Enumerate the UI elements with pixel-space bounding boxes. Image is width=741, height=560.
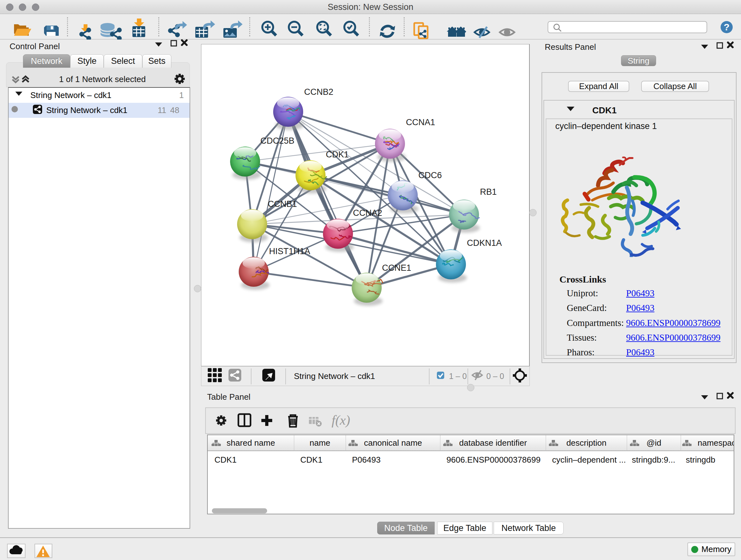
svg-text:f(x): f(x) bbox=[332, 413, 350, 428]
